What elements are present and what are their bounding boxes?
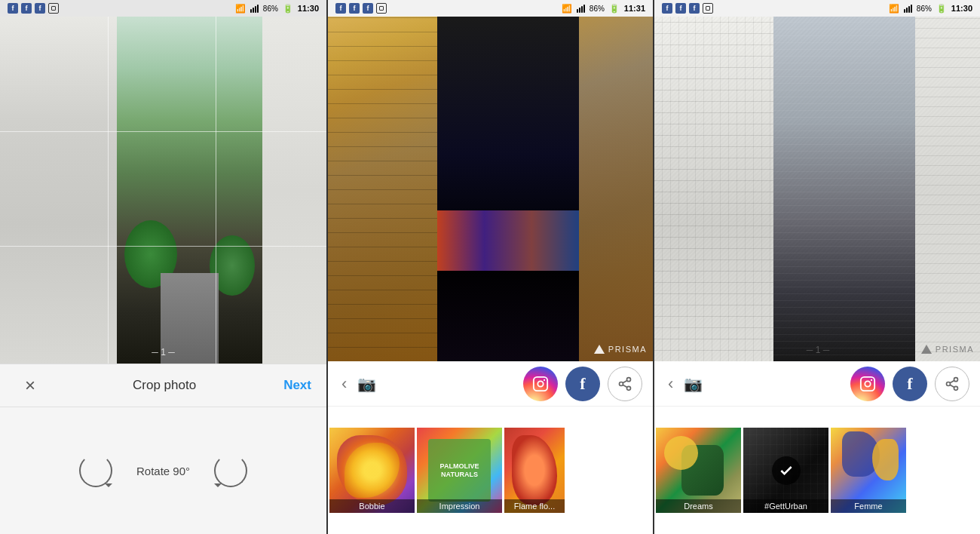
photo-area-2: PRISMA xyxy=(328,17,654,361)
rotate-cw-button[interactable] xyxy=(214,454,247,487)
building-right-3 xyxy=(915,17,980,361)
filters-bar-3: Dreams #GettUrban Fem xyxy=(654,407,980,534)
time-3: 11:30 xyxy=(951,4,972,13)
rotate-ccw-button[interactable] xyxy=(79,454,112,487)
status-bar-1: f f f 📶 86% 🔋 11:30 xyxy=(0,0,326,17)
app-icon xyxy=(48,3,59,14)
wifi-icon: 📶 xyxy=(235,4,246,14)
check-circle xyxy=(772,456,801,485)
instagram-button-2[interactable] xyxy=(523,367,558,401)
panel-prisma-sketch: f f f 📶 86% 🔋 11:30 xyxy=(653,0,980,534)
center-dark-2 xyxy=(437,17,579,361)
prisma-label-3: PRISMA xyxy=(936,345,974,354)
gettUrban-label: #GettUrban xyxy=(743,499,828,513)
svg-point-10 xyxy=(871,379,872,380)
app-icon-inner-3 xyxy=(706,6,710,11)
rotate-ccw-arrow xyxy=(105,483,112,487)
back-button-3[interactable]: ‹ xyxy=(665,374,676,394)
scale-indicator: ─ 1 ─ xyxy=(152,347,174,358)
share-icon-2 xyxy=(617,376,632,391)
close-button[interactable]: × xyxy=(15,370,45,400)
app-icon-inner-2 xyxy=(379,6,384,11)
fb-icon-7: f xyxy=(662,3,672,14)
center-scene xyxy=(117,17,262,364)
crop-photo-area: ─ 1 ─ xyxy=(0,17,326,364)
svg-rect-0 xyxy=(534,376,547,390)
facebook-button-3[interactable]: f xyxy=(893,367,927,401)
panel-prisma-color: f f f 📶 86% 🔋 11:31 xyxy=(326,0,653,534)
svg-point-9 xyxy=(865,381,870,386)
rotate-cw-arrow xyxy=(214,483,222,487)
share-icon-3 xyxy=(945,376,960,391)
flame-label: Flame flo... xyxy=(504,499,565,513)
filter-bobbie[interactable]: Bobbie xyxy=(329,428,415,513)
svg-line-15 xyxy=(950,380,954,382)
crop-title: Crop photo xyxy=(133,378,196,393)
fb-icon-5: f xyxy=(349,3,360,14)
signal-icon-3 xyxy=(904,5,912,13)
windows-left xyxy=(8,47,106,333)
share-button-3[interactable] xyxy=(935,367,969,401)
filter-dreams[interactable]: Dreams xyxy=(656,428,741,513)
status-icons-left: f f f xyxy=(8,3,59,14)
signal-icon-2 xyxy=(577,5,585,13)
next-button[interactable]: Next xyxy=(283,378,311,393)
svg-point-4 xyxy=(620,382,623,385)
crop-panel: f f f 📶 86% 🔋 11:30 xyxy=(0,0,326,534)
app-icon-2 xyxy=(376,3,387,14)
grid-h-2 xyxy=(0,246,326,247)
check-icon xyxy=(779,463,794,478)
battery-icon-1: 🔋 xyxy=(283,4,293,14)
dreams-label: Dreams xyxy=(656,499,741,513)
facebook-button-2[interactable]: f xyxy=(565,367,600,401)
status-bar-2: f f f 📶 86% 🔋 11:31 xyxy=(328,0,653,17)
prisma-triangle-3 xyxy=(921,345,932,354)
fb-icon-6: f xyxy=(363,3,373,14)
svg-rect-8 xyxy=(861,376,874,390)
svg-line-6 xyxy=(623,385,627,387)
fb-icon-3: f xyxy=(35,3,45,14)
building-right-2 xyxy=(579,17,654,361)
svg-point-1 xyxy=(537,381,543,386)
rotate-area: Rotate 90° xyxy=(0,407,326,534)
building-left-2 xyxy=(328,17,437,361)
share-button-2[interactable] xyxy=(608,367,642,401)
fb-icon-1: f xyxy=(8,3,18,14)
bobbie-label: Bobbie xyxy=(329,499,415,513)
camera-button-2[interactable]: 📷 xyxy=(357,375,376,393)
status-icons-left-2: f f f xyxy=(335,3,387,14)
wifi-icon-3: 📶 xyxy=(889,4,899,14)
battery-icon-3: 🔋 xyxy=(936,4,947,14)
svg-point-5 xyxy=(627,386,631,390)
filter-impression[interactable]: PALMOLIVENATURALS Impression xyxy=(417,428,502,513)
battery-percent-2: 86% xyxy=(590,5,605,13)
grid-v-2 xyxy=(216,17,216,364)
instagram-button-3[interactable] xyxy=(850,367,885,401)
back-button-2[interactable]: ‹ xyxy=(338,374,350,394)
battery-percent-1: 86% xyxy=(263,5,278,13)
svg-point-12 xyxy=(947,382,951,385)
filter-gettUrban[interactable]: #GettUrban xyxy=(743,428,828,513)
instagram-icon-2 xyxy=(532,376,549,392)
prisma-triangle-2 xyxy=(594,345,605,354)
wifi-icon-2: 📶 xyxy=(562,4,572,14)
status-icons-right: 📶 86% 🔋 11:30 xyxy=(235,4,319,14)
share-bar-2: ‹ 📷 f xyxy=(328,361,653,407)
grid-v-1 xyxy=(108,17,109,364)
signal-icon xyxy=(250,5,259,13)
filter-flame[interactable]: Flame flo... xyxy=(504,428,565,513)
building-left-3 xyxy=(654,17,773,361)
filters-bar-2: Bobbie PALMOLIVENATURALS Impression Flam… xyxy=(328,407,653,534)
svg-point-3 xyxy=(627,377,631,381)
svg-line-14 xyxy=(950,385,954,387)
scene-elements xyxy=(437,210,579,271)
fb-icon-2: f xyxy=(21,3,32,14)
filter-femme[interactable]: Femme xyxy=(831,428,906,513)
app-icon-inner xyxy=(51,6,56,11)
building-right xyxy=(262,17,326,364)
svg-point-2 xyxy=(544,379,545,380)
prisma-badge-2: PRISMA xyxy=(594,345,647,354)
status-icons-left-3: f f f xyxy=(662,3,713,14)
fb-icon-8: f xyxy=(675,3,686,14)
camera-button-3[interactable]: 📷 xyxy=(684,375,703,393)
